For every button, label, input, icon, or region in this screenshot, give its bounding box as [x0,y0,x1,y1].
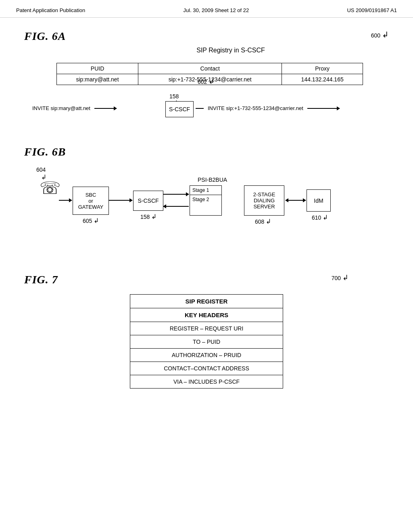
stage-2-label: Stage 2 [190,195,221,204]
idm-box: IdM [307,189,331,212]
main-content: FIG. 6A 600 ↲ SIP Registry in S-CSCF 602… [0,18,413,409]
sip-register-row-2: REGISTER – REQUEST URI [130,322,283,335]
invite-diagram: 158 ↲ INVITE sip:mary@att.net S-CSCF INV… [32,97,389,129]
arrow-stage2 [163,206,189,207]
sip-registry-title: SIP Registry in S-CSCF [73,47,389,54]
ref-605: 605 ↲ [83,217,99,224]
arrow-stage1 [163,194,189,195]
patent-header: Patent Application Publication Jul. 30, … [0,0,413,18]
fig-7-label: FIG. 7 [24,273,58,286]
cell-puid: sip:mary@att.net [57,74,138,85]
col-contact: Contact [138,63,282,74]
phone-icon: ☏ [40,180,61,197]
stage-box: Stage 1 Stage 2 [190,185,222,216]
fig-7-section: FIG. 7 700 ↲ SIP REGISTERKEY HEADERSREGI… [24,273,389,389]
col-proxy: Proxy [282,63,363,74]
s-cscf-box-6a: S-CSCF [165,101,194,117]
arrow-2stage-idm [286,200,306,201]
sip-register-row-3: TO – PUID [130,335,283,349]
fig-6a-section: FIG. 6A 600 ↲ SIP Registry in S-CSCF 602… [24,30,389,129]
ref-610: 610 ↲ [312,214,328,221]
fig-6b-label: FIG. 6B [24,145,389,158]
ref-602: 602 ↲ [198,77,215,86]
col-puid: PUID [57,63,138,74]
psi-b2bua-label: PSI-B2BUA [198,177,227,183]
ref-604: 604 [36,166,46,173]
header-right: US 2009/0191867 A1 [347,7,397,13]
cell-proxy: 144.132.244.165 [282,74,363,85]
ref-608: 608 ↲ [255,218,271,225]
fig-6b-section: FIG. 6B 604 ↲ ☏ SBC or GATEWAY 605 ↲ [24,145,389,253]
sip-register-row-1: KEY HEADERS [130,308,283,322]
sip-register-row-4: AUTHORIZATION – PRUID [130,349,283,362]
sip-register-box: SIP REGISTERKEY HEADERSREGISTER – REQUES… [130,294,283,389]
fig-6b-diagram: 604 ↲ ☏ SBC or GATEWAY 605 ↲ [24,164,389,253]
invite-right-text: INVITE sip:+1-732-555-1234@carrier.net [196,105,340,111]
sip-register-row-0: SIP REGISTER [130,295,283,308]
sip-register-row-6: VIA – INCLUDES P-CSCF [130,375,283,388]
two-stage-box: 2-STAGE DIALING SERVER [244,185,284,216]
header-left: Patent Application Publication [16,7,85,13]
ref-158-6b: 158 ↲ [140,213,156,220]
ref-600: 600 ↲ [371,30,389,39]
header-center: Jul. 30, 2009 Sheet 12 of 22 [184,7,249,13]
arrow-phone-sbc [59,200,72,201]
stage-1-label: Stage 1 [190,186,221,195]
invite-left-text: INVITE sip:mary@att.net [32,105,117,111]
fig-6a-label: FIG. 6A [24,30,389,43]
sip-register-row-5: CONTACT–CONTACT ADDRESS [130,362,283,375]
sbc-box: SBC or GATEWAY [73,187,109,215]
s-cscf-box-6b: S-CSCF [133,191,163,211]
arrow-sbc-scscf [109,200,132,201]
ref-158-6a: 158 [169,93,179,100]
ref-700: 700 ↲ [332,273,348,282]
